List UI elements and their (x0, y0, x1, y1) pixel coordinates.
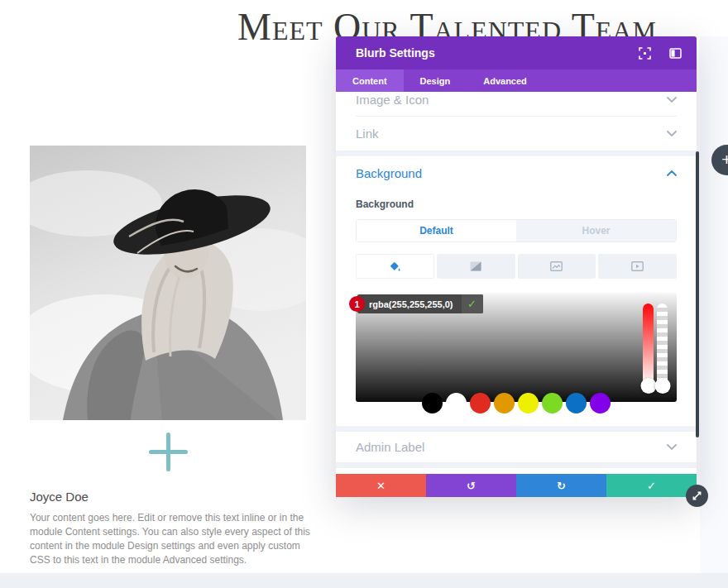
section-label: Image & Icon (356, 93, 429, 107)
video-icon (631, 261, 644, 271)
chevron-down-icon (667, 131, 677, 136)
swatch-red[interactable] (470, 393, 491, 414)
chevron-up-icon (667, 170, 677, 176)
color-value-field[interactable]: 1 rgba(255,255,255,0) ✓ (357, 294, 483, 313)
gradient-icon (470, 261, 481, 271)
swatch-green[interactable] (542, 393, 563, 414)
opacity-slider-handle[interactable] (654, 378, 670, 394)
modal-scrollbar[interactable] (696, 151, 699, 437)
blurb-settings-modal: Blurb Settings Content Design Advanced I… (336, 36, 697, 497)
section-label: Admin Label (356, 440, 424, 454)
undo-button[interactable]: ↺ (426, 474, 516, 497)
state-tab-hover[interactable]: Hover (516, 220, 676, 241)
section-divider (336, 462, 697, 468)
section-background[interactable]: Background (356, 156, 677, 190)
discard-button[interactable]: ✕ (336, 474, 426, 497)
background-type-tabs (356, 254, 677, 279)
section-admin-label[interactable]: Admin Label (356, 432, 677, 462)
section-label: Background (356, 166, 422, 180)
chevron-down-icon (667, 444, 677, 450)
color-picker: 1 rgba(255,255,255,0) ✓ (356, 293, 677, 402)
image-icon (550, 261, 563, 271)
color-swatches (422, 393, 611, 414)
state-toggle: Default Hover (356, 219, 677, 242)
tab-design[interactable]: Design (404, 69, 467, 92)
color-value-text: rgba(255,255,255,0) (369, 299, 462, 309)
snap-to-side-icon[interactable] (669, 47, 682, 60)
swatch-purple[interactable] (590, 393, 611, 414)
portrait-illustration (30, 146, 306, 420)
color-confirm-button[interactable]: ✓ (462, 294, 483, 313)
tab-advanced[interactable]: Advanced (467, 69, 544, 92)
swatch-white[interactable] (446, 393, 467, 414)
modal-body: Image & Icon Link Background Background … (336, 92, 697, 474)
position-crosshair-icon[interactable] (639, 47, 651, 60)
section-link[interactable]: Link (356, 117, 677, 151)
hue-slider[interactable] (643, 304, 654, 386)
section-label: Link (356, 127, 379, 141)
tab-content[interactable]: Content (336, 69, 404, 92)
chevron-down-icon (667, 97, 677, 103)
opacity-slider[interactable] (657, 304, 668, 386)
section-image-icon[interactable]: Image & Icon (356, 92, 677, 117)
type-tab-gradient[interactable] (437, 254, 515, 279)
swatch-yellow[interactable] (518, 393, 539, 414)
modal-header[interactable]: Blurb Settings (336, 36, 697, 69)
type-tab-image[interactable] (518, 254, 596, 279)
type-tab-color[interactable] (356, 254, 434, 279)
background-panel: Background Default Hover (356, 198, 677, 426)
section-divider (336, 151, 697, 156)
swatch-orange[interactable] (494, 393, 515, 414)
member-bio: Your content goes here. Edit or remove t… (30, 511, 311, 567)
annotation-marker-1: 1 (349, 296, 365, 312)
field-label-background: Background (356, 198, 677, 210)
state-tab-default[interactable]: Default (357, 220, 516, 241)
page-bottom-strip (0, 573, 728, 588)
team-member-photo[interactable] (30, 146, 306, 420)
modal-title: Blurb Settings (356, 46, 620, 60)
plus-icon: + (721, 151, 728, 168)
swatch-blue[interactable] (566, 393, 587, 414)
swatch-black[interactable] (422, 393, 443, 414)
blurb-icon-area (30, 431, 306, 472)
member-name: Joyce Doe (30, 490, 89, 504)
resize-diagonal-icon (691, 490, 703, 502)
paint-bucket-icon (389, 261, 401, 273)
type-tab-video[interactable] (598, 254, 677, 279)
save-button[interactable]: ✓ (606, 474, 697, 497)
redo-button[interactable]: ↻ (516, 474, 606, 497)
modal-tabbar: Content Design Advanced (336, 69, 697, 92)
resize-handle[interactable] (686, 485, 708, 507)
blurb-plus-icon (149, 433, 188, 471)
modal-footer: ✕ ↺ ↻ ✓ (336, 474, 697, 497)
section-divider (336, 426, 697, 432)
